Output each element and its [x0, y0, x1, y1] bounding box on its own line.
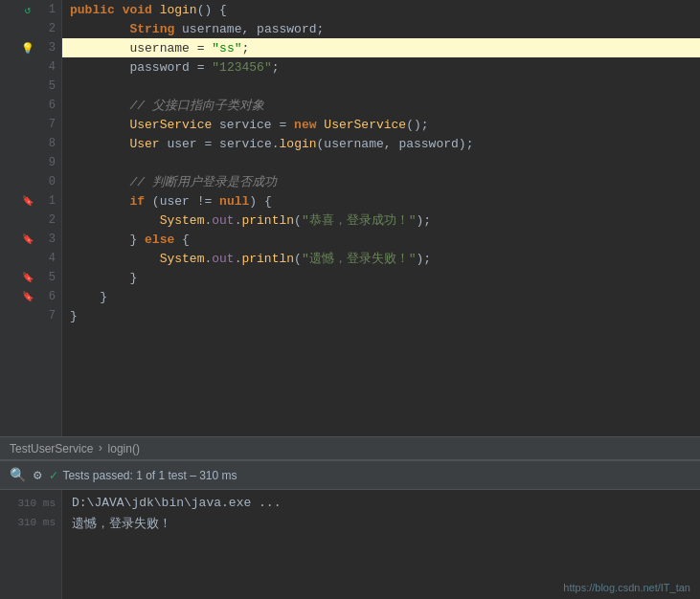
punct-semi-3: ;	[242, 41, 250, 55]
out-keyword: out	[212, 213, 234, 228]
code-line-9	[62, 153, 700, 172]
comment-judge-login: // 判断用户登录是否成功	[129, 173, 276, 190]
punct-close-8: );	[459, 137, 474, 151]
var-password-assign: password	[129, 60, 189, 75]
gutter-row-3: 💡 3	[0, 38, 61, 57]
param-username: username	[324, 137, 383, 151]
neq-op: !=	[197, 194, 213, 209]
code-container: ↺ 1 2 💡 3 4 5	[0, 0, 700, 436]
keyword-else: else	[145, 233, 174, 247]
bookmark-icon-11[interactable]: 🔖	[21, 194, 34, 208]
code-line-8: User user = service.login(username, pass…	[62, 134, 700, 153]
code-line-16: }	[62, 287, 700, 306]
output-area: D:\JAVA\jdk\bin\java.exe ... 遗憾，登录失败！ ht…	[62, 490, 700, 599]
code-line-6: // 父接口指向子类对象	[62, 96, 700, 115]
paren-open-11: (	[152, 194, 160, 209]
str-ss: "ss"	[212, 41, 241, 55]
line-num-8: 8	[38, 137, 56, 150]
comma-8: ,	[384, 137, 392, 151]
code-line-3: username = "ss";	[62, 38, 700, 57]
gutter-row-6: 6	[0, 96, 61, 115]
dot-14b: .	[235, 252, 242, 266]
var-username: username	[182, 22, 241, 36]
code-line-4: password = "123456";	[62, 57, 700, 77]
brace-open-11: {	[264, 194, 272, 209]
paren-close-14: );	[417, 252, 432, 266]
breadcrumb-separator: ›	[97, 442, 103, 455]
line-num-14: 4	[38, 252, 56, 265]
line-num-2: 2	[38, 22, 56, 35]
keyword-null: null	[219, 194, 249, 209]
time-gutter: 310 ms 310 ms	[0, 490, 62, 599]
check-icon: ✓	[49, 469, 58, 482]
gutter-empty-2	[21, 22, 34, 35]
gutter-row-1: ↺ 1	[0, 0, 61, 19]
gutter-empty-17	[21, 309, 34, 322]
assign-op-4: =	[197, 60, 205, 75]
gutter-row-2: 2	[0, 19, 61, 38]
line-num-13: 3	[38, 233, 56, 246]
str-fail: "遗憾，登录失败！"	[302, 250, 417, 267]
bookmark-icon-13[interactable]: 🔖	[21, 233, 34, 246]
gutter-row-8: 8	[0, 134, 61, 153]
gutter-row-9: 9	[0, 153, 61, 172]
gutter-empty-6	[21, 99, 34, 112]
classname-userservice: UserService	[129, 118, 212, 132]
code-line-17: }	[62, 306, 700, 325]
gutter-empty-9	[21, 156, 34, 169]
time-entry-2: 310 ms	[17, 513, 56, 532]
output-line-2: 遗憾，登录失败！	[72, 515, 690, 534]
gutter-row-7: 7	[0, 115, 61, 134]
gutter-row-13: 🔖 3	[0, 230, 61, 249]
punct-comma: ,	[241, 22, 249, 36]
output-line-1: D:\JAVA\jdk\bin\java.exe ...	[72, 494, 690, 513]
gutter-row-16: 🔖 6	[0, 287, 61, 306]
breadcrumb-class[interactable]: TestUserService	[10, 442, 93, 455]
gutter-row-4: 4	[0, 57, 61, 77]
dot-12b: .	[235, 213, 242, 228]
brace-close-16: }	[100, 290, 107, 304]
code-line-1: public void login() {	[62, 0, 700, 19]
gutter-empty-10	[21, 175, 34, 189]
classname-userservice-new: UserService	[324, 118, 406, 132]
run-arrow-icon[interactable]: ↺	[21, 3, 34, 16]
line-num-5: 5	[38, 79, 56, 93]
classname-user: User	[129, 137, 159, 151]
var-user-if: user	[160, 194, 190, 209]
search-toolbar-icon[interactable]: 🔍	[10, 467, 26, 483]
keyword-string: String	[129, 22, 174, 36]
gutter-row-11: 🔖 1	[0, 191, 61, 211]
gutter-row-14: 4	[0, 249, 61, 268]
line-num-4: 4	[38, 60, 56, 74]
code-lines[interactable]: public void login() { String username, p…	[62, 0, 700, 436]
code-line-7: UserService service = new UserService();	[62, 115, 700, 134]
keyword-if: if	[129, 194, 145, 209]
line-num-7: 7	[38, 118, 56, 131]
bookmark-icon-15[interactable]: 🔖	[21, 271, 34, 284]
bookmark-icon-16[interactable]: 🔖	[21, 290, 34, 303]
punct-paren: () {	[197, 3, 227, 17]
settings-toolbar-icon[interactable]: ⚙	[34, 467, 41, 483]
paren-close-12: );	[417, 213, 432, 228]
var-password: password	[257, 22, 316, 36]
punct-semi-4: ;	[272, 60, 280, 75]
keyword-new: new	[294, 118, 316, 132]
method-login: login	[160, 3, 197, 17]
punct-open-8: (	[317, 137, 325, 151]
code-line-5	[62, 77, 700, 96]
line-num-6: 6	[38, 99, 56, 112]
var-service-call: service	[219, 137, 272, 151]
line-num-11: 1	[38, 194, 56, 208]
classname-system: System	[160, 213, 205, 228]
paren-open-12: (	[294, 213, 302, 228]
editor-area: ↺ 1 2 💡 3 4 5	[0, 0, 700, 459]
var-username-assign: username	[129, 41, 189, 55]
bulb-icon[interactable]: 💡	[21, 41, 34, 55]
gutter-empty-7	[21, 118, 34, 131]
breadcrumb-method[interactable]: login()	[108, 442, 140, 455]
bottom-panel: 🔍 ⚙ ✓ Tests passed: 1 of 1 test – 310 ms…	[0, 459, 700, 599]
gutter-row-5: 5	[0, 77, 61, 96]
param-password: password	[398, 137, 458, 151]
keyword-public: public	[70, 3, 115, 17]
paren-open-14: (	[294, 252, 302, 266]
